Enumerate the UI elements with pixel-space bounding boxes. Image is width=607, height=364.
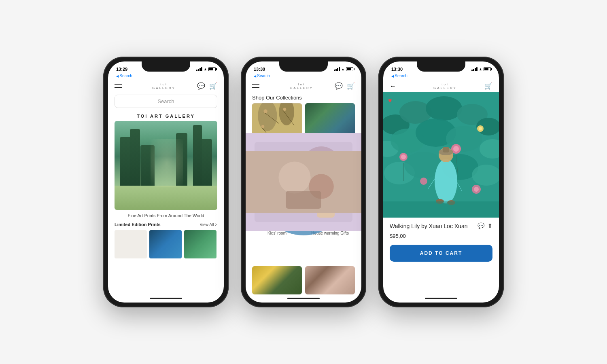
product-actions-3: 💬 ⬆: [478, 222, 492, 229]
phone-1: 13:29 ▲ Search: [103, 57, 229, 307]
wifi-icon-3: ▲: [479, 67, 482, 71]
nav-bar-1: toi GALLERY 💬 🛒: [108, 80, 224, 92]
screen-content-3: ♥: [383, 92, 499, 294]
home-bar-3: [425, 298, 457, 299]
thumbnail-3[interactable]: [184, 230, 216, 258]
notch-1: [142, 61, 190, 72]
add-to-cart-button-3[interactable]: ADD TO CART: [390, 245, 492, 262]
product-title-3: Walking Lily by Xuan Loc Xuan: [390, 222, 478, 231]
product-title-row-3: Walking Lily by Xuan Loc Xuan 💬 ⬆: [390, 222, 492, 231]
battery-icon-3: [484, 67, 491, 71]
extra-art-2: [305, 266, 355, 294]
hamburger-menu-1[interactable]: [115, 84, 131, 88]
notch-3: [417, 61, 465, 72]
section-title-1: Limited Edition Prints: [115, 222, 161, 227]
section-header-1: Limited Edition Prints View All >: [108, 220, 224, 229]
phone-2: 13:30 ▲ Search: [241, 57, 366, 307]
extra-collection-row: [246, 263, 361, 294]
svg-point-67: [435, 159, 457, 203]
forest-art-1: [115, 121, 217, 210]
product-price-3: $95,00: [390, 233, 492, 239]
screen-content-2: Shop Our Collections: [246, 92, 361, 294]
share-icon-3[interactable]: ⬆: [488, 222, 492, 229]
home-indicator-1: [108, 294, 224, 303]
message-icon-3[interactable]: 💬: [478, 222, 484, 229]
nav-icons-3: 🛒: [484, 82, 492, 90]
gallery-title-1: TOI ART GALLERY: [108, 110, 224, 121]
screen-content-1: TOI ART GALLERY Fine Art Prints From Aro…: [108, 110, 224, 294]
status-icons-3: ▲: [471, 67, 491, 71]
chat-icon-1[interactable]: 💬: [197, 82, 205, 90]
svg-point-59: [453, 146, 459, 152]
phone-1-screen: 13:29 ▲ Search: [108, 61, 224, 303]
signal-icon-1: [196, 67, 202, 71]
home-indicator-3: [383, 294, 499, 303]
svg-point-61: [479, 127, 482, 130]
back-link-3[interactable]: Search: [383, 74, 499, 80]
view-all-link-1[interactable]: View All >: [200, 222, 217, 227]
svg-point-57: [401, 154, 406, 159]
product-info-3: Walking Lily by Xuan Loc Xuan 💬 ⬆ $95,00: [383, 218, 499, 242]
hero-caption-1: Fine Art Prints From Around The World: [108, 210, 224, 220]
svg-point-64: [474, 187, 479, 192]
back-arrow-icon-3[interactable]: ←: [390, 83, 396, 89]
status-time-3: 13:30: [391, 67, 403, 72]
notch-2: [279, 61, 328, 72]
heart-icon-3[interactable]: ♥: [388, 97, 392, 104]
svg-rect-75: [383, 201, 499, 218]
wifi-icon-1: ▲: [204, 67, 207, 71]
back-button-3[interactable]: ←: [390, 83, 406, 90]
phones-container: 13:29 ▲ Search: [103, 57, 504, 307]
nav-bar-3: ← toi GALLERY 🛒: [383, 80, 499, 92]
status-icons-1: ▲: [196, 67, 216, 71]
signal-icon-3: [471, 67, 478, 71]
thumbnail-1[interactable]: [115, 230, 147, 258]
extra-collection-2[interactable]: [305, 266, 355, 294]
cart-icon-3[interactable]: 🛒: [484, 82, 492, 90]
search-bar-1[interactable]: Search: [115, 95, 217, 108]
thumbnail-2[interactable]: [149, 230, 182, 258]
lotus-art-3: [383, 92, 499, 218]
hamburger-icon-1[interactable]: [115, 84, 131, 88]
app-logo-3: toi GALLERY: [406, 83, 484, 90]
phone-3-screen: 13:30 ▲ Search ← toi GALL: [383, 61, 499, 303]
app-logo-1: toi GALLERY: [131, 83, 197, 90]
product-image-3: ♥: [383, 92, 499, 218]
back-link-1[interactable]: Search: [108, 74, 224, 80]
battery-icon-1: [208, 67, 216, 71]
svg-rect-70: [443, 147, 449, 152]
nav-icons-1: 💬 🛒: [197, 82, 217, 90]
svg-point-62: [420, 178, 427, 185]
thumbnail-row-1: [108, 229, 224, 260]
hero-image-1: [115, 121, 217, 210]
phone-3: 13:30 ▲ Search ← toi GALL: [378, 57, 504, 307]
svg-point-44: [426, 96, 462, 121]
home-bar-1: [150, 298, 182, 299]
cart-icon-1[interactable]: 🛒: [209, 82, 217, 90]
phone-2-screen: 13:30 ▲ Search: [246, 61, 361, 303]
status-time-1: 13:29: [116, 67, 127, 72]
